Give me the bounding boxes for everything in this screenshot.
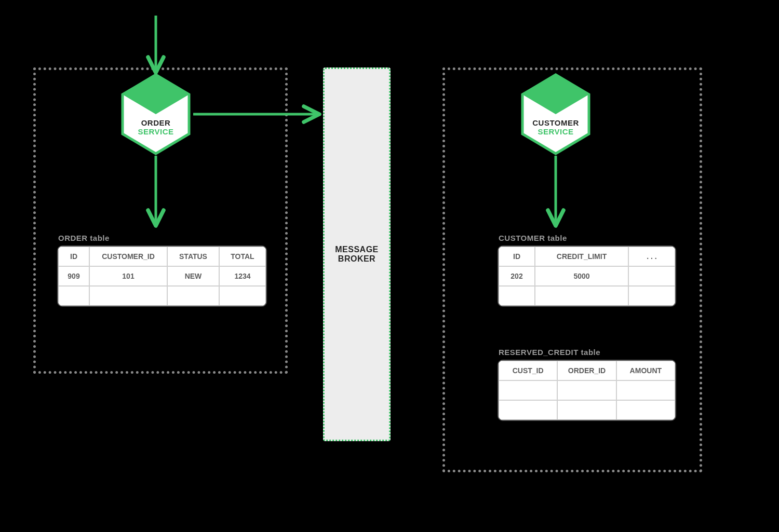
reserved-credit-table: CUST_ID ORDER_ID AMOUNT xyxy=(499,361,675,420)
order-service-title-line2: SERVICE xyxy=(119,127,192,136)
customer-service-title-line1: CUSTOMER xyxy=(519,118,592,127)
customer-col-more: . . . xyxy=(628,247,675,266)
broker-label-line2: BROKER xyxy=(338,254,375,264)
order-table-title: ORDER table xyxy=(58,234,110,242)
order-service-title-line1: ORDER xyxy=(119,118,192,127)
broker-label-line1: MESSAGE xyxy=(335,245,379,254)
order-col-id: ID xyxy=(58,247,89,266)
reserved-credit-table-title: RESERVED_CREDIT table xyxy=(499,348,600,357)
order-table: ID CUSTOMER_ID STATUS TOTAL 909 101 NEW … xyxy=(58,247,266,306)
order-service-node: ORDER SERVICE xyxy=(119,73,192,158)
customer-col-id: ID xyxy=(499,247,535,266)
table-row xyxy=(499,400,675,420)
hexagon-icon xyxy=(519,73,592,156)
customer-service-title-line2: SERVICE xyxy=(519,127,592,136)
order-col-status: STATUS xyxy=(167,247,219,266)
customer-table-title: CUSTOMER table xyxy=(499,234,567,242)
table-row xyxy=(499,286,675,306)
customer-service-node: CUSTOMER SERVICE xyxy=(519,73,592,158)
table-row xyxy=(499,380,675,400)
reserved-col-order: ORDER_ID xyxy=(557,361,616,380)
table-row: 202 5000 xyxy=(499,266,675,286)
order-col-total: TOTAL xyxy=(219,247,266,266)
hexagon-icon xyxy=(119,73,192,156)
reserved-col-amount: AMOUNT xyxy=(616,361,675,380)
customer-col-limit: CREDIT_LIMIT xyxy=(535,247,628,266)
order-col-customer-id: CUSTOMER_ID xyxy=(89,247,167,266)
customer-table: ID CREDIT_LIMIT . . . 202 5000 xyxy=(499,247,675,306)
message-broker: MESSAGE BROKER xyxy=(323,67,391,441)
table-row xyxy=(58,286,266,306)
reserved-col-cust: CUST_ID xyxy=(499,361,557,380)
table-row: 909 101 NEW 1234 xyxy=(58,266,266,286)
